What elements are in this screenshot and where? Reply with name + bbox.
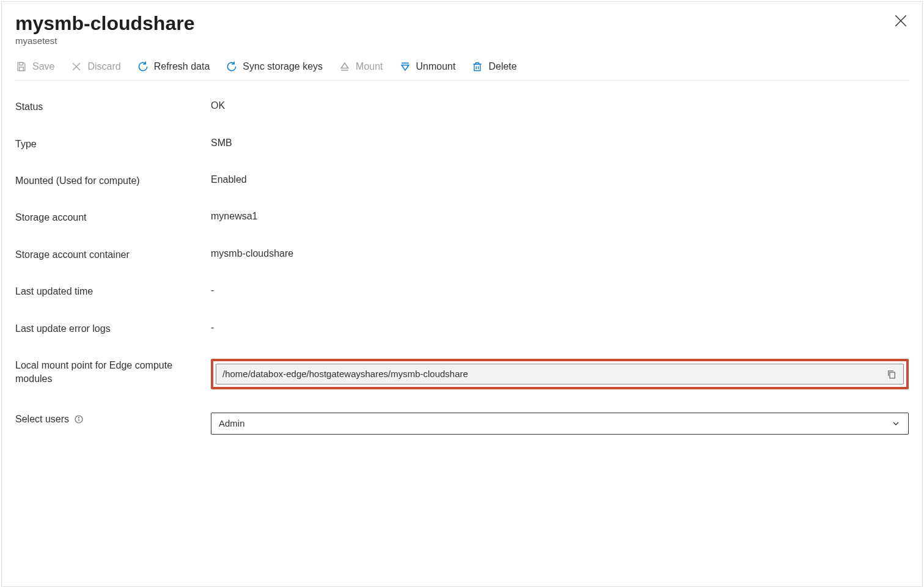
copy-icon: [886, 371, 897, 381]
mounted-row: Mounted (Used for compute) Enabled: [15, 174, 909, 188]
container-row: Storage account container mysmb-cloudsha…: [15, 248, 909, 262]
panel-header: mysmb-cloudshare myasetest: [15, 13, 909, 46]
svg-point-17: [79, 417, 79, 418]
mount-icon: [339, 61, 351, 73]
copy-button[interactable]: [886, 369, 897, 380]
properties-section: Status OK Type SMB Mounted (Used for com…: [15, 100, 909, 435]
info-icon[interactable]: [74, 414, 84, 424]
svg-rect-3: [20, 67, 24, 71]
sync-keys-button[interactable]: Sync storage keys: [226, 61, 323, 73]
select-users-dropdown[interactable]: Admin: [211, 413, 909, 435]
unmount-label: Unmount: [416, 61, 456, 72]
refresh-data-button[interactable]: Refresh data: [137, 61, 210, 73]
mountpoint-label: Local mount point for Edge compute modul…: [15, 359, 211, 386]
svg-rect-14: [890, 372, 895, 378]
type-value: SMB: [211, 138, 909, 149]
mount-button: Mount: [339, 61, 383, 73]
mountpoint-value: /home/databox-edge/hostgatewayshares/mys…: [222, 369, 886, 379]
mounted-value: Enabled: [211, 174, 909, 185]
type-row: Type SMB: [15, 138, 909, 151]
share-detail-panel: mysmb-cloudshare myasetest Save Discard …: [1, 1, 923, 587]
delete-label: Delete: [488, 61, 516, 72]
chevron-down-icon: [891, 419, 901, 428]
discard-icon: [70, 61, 82, 73]
status-value: OK: [211, 100, 909, 111]
svg-marker-6: [341, 63, 348, 68]
unmount-button[interactable]: Unmount: [399, 61, 456, 73]
select-users-value: Admin: [219, 418, 891, 428]
page-subtitle: myasetest: [15, 35, 909, 46]
delete-icon: [471, 61, 483, 73]
errorlogs-label: Last update error logs: [15, 322, 211, 336]
storage-account-row: Storage account mynewsa1: [15, 211, 909, 224]
save-button: Save: [15, 61, 54, 73]
container-value: mysmb-cloudshare: [211, 248, 909, 259]
mount-label: Mount: [356, 61, 383, 72]
select-users-label-text: Select users: [15, 413, 69, 426]
discard-button: Discard: [70, 61, 120, 73]
page-title: mysmb-cloudshare: [15, 13, 909, 34]
updated-value: -: [211, 285, 909, 296]
close-button[interactable]: [893, 13, 909, 29]
select-users-label: Select users: [15, 413, 211, 426]
storage-account-label: Storage account: [15, 211, 211, 224]
status-row: Status OK: [15, 100, 909, 114]
storage-account-value: mynewsa1: [211, 211, 909, 222]
updated-label: Last updated time: [15, 285, 211, 298]
close-icon: [893, 21, 909, 31]
mountpoint-field: /home/databox-edge/hostgatewayshares/mys…: [216, 364, 904, 384]
svg-rect-2: [20, 63, 23, 65]
mountpoint-highlight: /home/databox-edge/hostgatewayshares/mys…: [211, 359, 909, 389]
mounted-label: Mounted (Used for compute): [15, 174, 211, 188]
save-label: Save: [32, 61, 54, 72]
refresh-label: Refresh data: [154, 61, 210, 72]
unmount-icon: [399, 61, 411, 73]
delete-button[interactable]: Delete: [471, 61, 516, 73]
container-label: Storage account container: [15, 248, 211, 262]
sync-icon: [226, 61, 238, 73]
mountpoint-row: Local mount point for Edge compute modul…: [15, 359, 909, 389]
errorlogs-value: -: [211, 322, 909, 333]
discard-label: Discard: [87, 61, 120, 72]
type-label: Type: [15, 138, 211, 151]
refresh-icon: [137, 61, 149, 73]
save-icon: [15, 61, 28, 73]
updated-row: Last updated time -: [15, 285, 909, 298]
svg-marker-8: [402, 65, 409, 70]
sync-label: Sync storage keys: [243, 61, 323, 72]
errorlogs-row: Last update error logs -: [15, 322, 909, 336]
svg-rect-10: [474, 64, 480, 71]
command-bar: Save Discard Refresh data Sync storage k…: [15, 61, 909, 81]
status-label: Status: [15, 100, 211, 114]
select-users-row: Select users Admin: [15, 413, 909, 435]
